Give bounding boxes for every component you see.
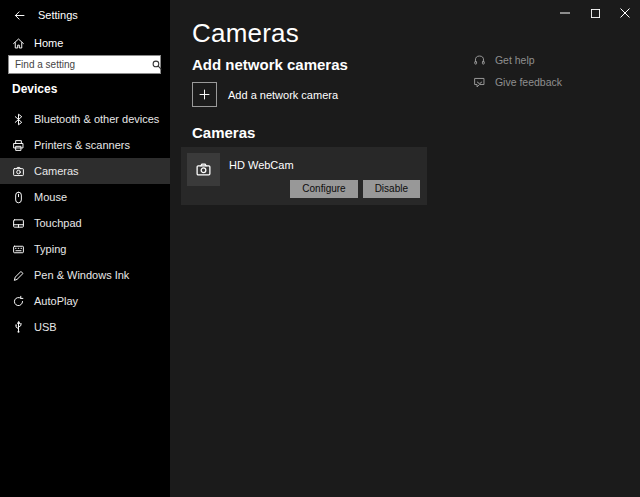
usb-icon	[12, 321, 25, 334]
camera-name: HD WebCam	[229, 159, 294, 171]
plus-icon	[192, 82, 217, 107]
sidebar-item-mouse[interactable]: Mouse	[0, 184, 170, 210]
sidebar-item-cameras[interactable]: Cameras	[0, 158, 170, 184]
sidebar-nav: Bluetooth & other devices Printers & sca…	[0, 106, 170, 340]
camera-card-actions: Configure Disable	[290, 180, 420, 198]
sidebar-item-label: AutoPlay	[34, 295, 78, 307]
get-help-link[interactable]: Get help	[473, 50, 562, 70]
disable-button[interactable]: Disable	[363, 180, 420, 198]
app-title: Settings	[38, 9, 78, 21]
cameras-section-header: Cameras	[192, 124, 255, 141]
camera-thumbnail	[187, 153, 220, 186]
get-help-icon	[473, 54, 486, 67]
configure-button[interactable]: Configure	[290, 180, 357, 198]
webcam-icon	[195, 161, 212, 178]
main-content: Cameras Add network cameras Add a networ…	[170, 0, 640, 497]
pen-icon	[12, 269, 25, 282]
autoplay-icon	[12, 295, 25, 308]
search-box	[8, 55, 161, 74]
sidebar-item-touchpad[interactable]: Touchpad	[0, 210, 170, 236]
printer-icon	[12, 139, 25, 152]
sidebar-item-label: Cameras	[34, 165, 79, 177]
sidebar-item-home[interactable]: Home	[0, 32, 170, 54]
add-network-camera-button[interactable]: Add a network camera	[192, 82, 338, 107]
sidebar-item-pen[interactable]: Pen & Windows Ink	[0, 262, 170, 288]
sidebar-item-usb[interactable]: USB	[0, 314, 170, 340]
camera-card[interactable]: HD WebCam Configure Disable	[181, 147, 427, 205]
sidebar-item-label: Touchpad	[34, 217, 82, 229]
page-title: Cameras	[192, 18, 299, 49]
home-icon	[12, 37, 25, 50]
network-cameras-header: Add network cameras	[192, 56, 348, 73]
sidebar-item-autoplay[interactable]: AutoPlay	[0, 288, 170, 314]
camera-icon	[12, 165, 25, 178]
give-feedback-link[interactable]: Give feedback	[473, 72, 562, 92]
help-panel: Get help Give feedback	[473, 50, 562, 92]
sidebar-home-label: Home	[34, 37, 63, 49]
touchpad-icon	[12, 217, 25, 230]
bluetooth-icon	[12, 113, 25, 126]
settings-window: Settings Home Devices	[0, 0, 640, 497]
back-button[interactable]	[12, 8, 26, 22]
sidebar-item-typing[interactable]: Typing	[0, 236, 170, 262]
add-network-camera-label: Add a network camera	[228, 89, 338, 101]
back-arrow-icon	[13, 9, 26, 22]
get-help-label: Get help	[495, 54, 535, 66]
sidebar: Settings Home Devices	[0, 0, 170, 497]
sidebar-item-label: Mouse	[34, 191, 67, 203]
sidebar-item-printers[interactable]: Printers & scanners	[0, 132, 170, 158]
sidebar-item-label: USB	[34, 321, 57, 333]
give-feedback-label: Give feedback	[495, 76, 562, 88]
sidebar-item-bluetooth[interactable]: Bluetooth & other devices	[0, 106, 170, 132]
sidebar-item-label: Typing	[34, 243, 66, 255]
search-input[interactable]	[9, 59, 151, 70]
search-icon[interactable]	[151, 56, 163, 73]
give-feedback-icon	[473, 76, 486, 89]
keyboard-icon	[12, 243, 25, 256]
sidebar-section-header: Devices	[12, 82, 57, 96]
mouse-icon	[12, 191, 25, 204]
sidebar-item-label: Printers & scanners	[34, 139, 130, 151]
titlebar-left: Settings	[0, 0, 170, 30]
sidebar-item-label: Bluetooth & other devices	[34, 113, 159, 125]
sidebar-item-label: Pen & Windows Ink	[34, 269, 129, 281]
